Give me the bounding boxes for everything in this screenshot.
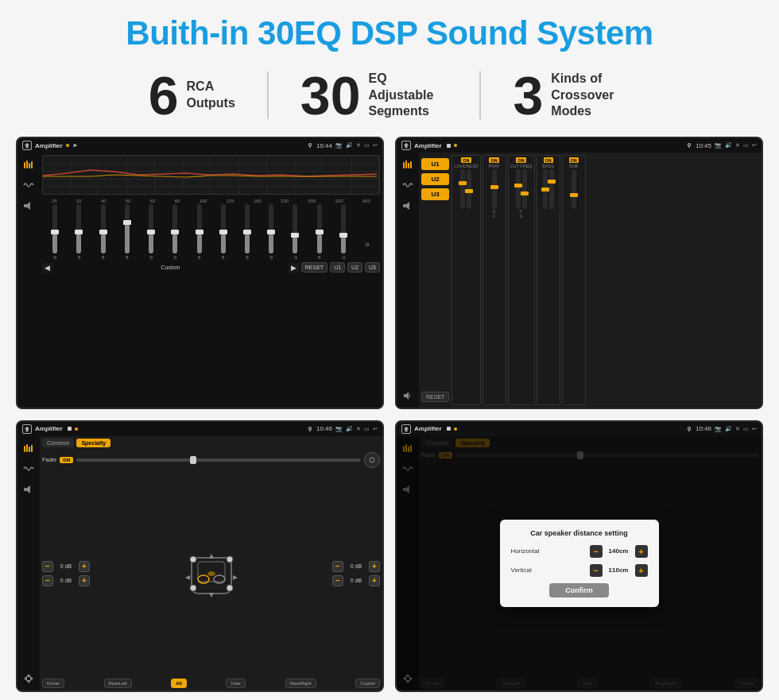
tab-specialty[interactable]: Specialty (76, 439, 110, 447)
horizontal-minus-btn[interactable]: − (590, 545, 603, 558)
eq-next-btn[interactable]: ▶ (289, 263, 299, 273)
u2-btn[interactable]: U2 (421, 173, 449, 185)
nav-arrows-s[interactable] (21, 671, 37, 686)
eq-reset-btn[interactable]: RESET (301, 262, 327, 273)
car-svg (176, 538, 247, 609)
eq-u3-btn[interactable]: U3 (365, 262, 380, 273)
nav-eq-c[interactable] (400, 157, 416, 172)
driver-btn[interactable]: Driver (42, 679, 64, 688)
nav-wave-s[interactable] (21, 462, 37, 476)
home-icon-speaker[interactable] (22, 424, 32, 434)
stat-eq: 30 EQ AdjustableSegments (269, 68, 480, 122)
cam-icon-s: 📷 (335, 426, 343, 432)
dial-icon (368, 456, 376, 464)
screen-speaker: Amplifier 10:46 📷 🔊 ✕ ▭ ↩ (16, 420, 384, 693)
dialog-title: Car speaker distance setting (511, 529, 648, 537)
stat-number-crossover: 3 (513, 68, 543, 122)
status-dot-eq (66, 144, 69, 147)
nav-vol-c[interactable] (400, 389, 416, 403)
nav-wave[interactable] (21, 178, 37, 192)
svg-rect-7 (24, 204, 27, 207)
bass-label: BASS (542, 164, 554, 168)
svg-point-31 (371, 457, 373, 458)
all-btn[interactable]: All (171, 679, 187, 688)
nav-eq-active[interactable] (21, 157, 37, 172)
back-icon-c[interactable]: ↩ (752, 142, 757, 149)
vol-plus-2[interactable]: + (79, 575, 90, 586)
back-icon-eq[interactable]: ↩ (373, 142, 378, 149)
sub-group: ON SUB (562, 155, 586, 405)
nav-eq-s[interactable] (21, 441, 37, 455)
svg-rect-12 (405, 160, 407, 168)
copilot-btn[interactable]: Copilot (355, 679, 380, 688)
nav-spk-c[interactable] (400, 199, 416, 213)
vol-minus-3[interactable]: − (332, 561, 343, 572)
screen-title-speaker: Amplifier (35, 425, 63, 432)
eq-u2-btn[interactable]: U2 (347, 262, 362, 273)
x-icon-d: ✕ (735, 426, 740, 432)
reset-btn-crossover[interactable]: RESET (421, 392, 449, 402)
vol-minus-2[interactable]: − (42, 575, 53, 586)
vol-plus-3[interactable]: + (369, 561, 380, 572)
home-icon-crossover[interactable] (401, 141, 411, 150)
play-icon-eq (72, 142, 79, 149)
status-dot-speaker (75, 427, 78, 431)
vol-icon-s: 🔊 (346, 426, 353, 432)
confirm-button[interactable]: Confirm (549, 583, 609, 598)
back-icon-d[interactable]: ↩ (752, 426, 757, 432)
eq-slider-4: 5 (125, 204, 130, 260)
u3-btn[interactable]: U3 (421, 188, 449, 200)
more-icon[interactable]: » (365, 240, 370, 260)
stat-number-eq: 30 (300, 68, 361, 122)
cam-icon-c: 📷 (715, 142, 722, 149)
svg-point-42 (227, 556, 233, 563)
back-icon-s[interactable]: ↩ (373, 426, 378, 432)
home-icon-eq[interactable] (22, 141, 32, 150)
svg-marker-0 (73, 144, 77, 148)
stat-label-crossover: Kinds ofCrossover Modes (551, 71, 630, 120)
vertical-value: 110cm (605, 567, 633, 574)
svg-marker-8 (27, 202, 30, 210)
status-left-crossover: Amplifier (401, 141, 457, 150)
status-square (447, 144, 451, 148)
vol-minus-1[interactable]: − (42, 561, 53, 572)
fader-slider[interactable] (76, 458, 361, 462)
eq-prev-btn[interactable]: ◀ (42, 263, 52, 273)
nav-spk-s[interactable] (21, 482, 37, 497)
vertical-plus-btn[interactable]: + (635, 564, 648, 577)
eq-u1-btn[interactable]: U1 (330, 262, 345, 273)
vertical-minus-btn[interactable]: − (590, 564, 603, 577)
time-dialog: 10:46 (696, 425, 711, 432)
svg-marker-37 (209, 554, 214, 559)
cutfreq-sliders (516, 169, 527, 209)
svg-marker-25 (27, 485, 30, 493)
sub-on: ON (569, 157, 579, 163)
vol-value-1: 0 dB (55, 563, 77, 569)
horizontal-controls: − 140cm + (590, 545, 648, 558)
location-icon-eq (307, 142, 313, 149)
speaker-diagram-area: − 0 dB + − 0 dB + (42, 473, 380, 675)
nav-speaker[interactable] (21, 199, 37, 213)
u1-btn[interactable]: U1 (421, 158, 449, 170)
tab-row-speaker: Common Specialty (42, 439, 380, 447)
rearright-btn[interactable]: RearRight (285, 679, 316, 688)
bass-on: ON (544, 157, 553, 163)
vol-plus-1[interactable]: + (79, 561, 90, 572)
horizontal-plus-btn[interactable]: + (635, 545, 648, 558)
eq-main-content: 25 32 40 50 63 80 100 125 160 200 250 32… (40, 153, 382, 408)
nav-wave-c[interactable] (400, 178, 416, 192)
eq-slider-11: -1 (293, 204, 297, 260)
settings-dial[interactable] (364, 452, 380, 468)
eq-graph (42, 155, 380, 195)
home-icon-dialog[interactable] (401, 424, 411, 434)
eq-slider-10: 0 (269, 204, 273, 260)
status-sq-d (447, 427, 451, 431)
vol-minus-4[interactable]: − (332, 575, 343, 586)
fader-handle[interactable] (190, 456, 196, 464)
rearleft-btn[interactable]: RearLeft (104, 679, 132, 688)
vol-plus-4[interactable]: + (369, 575, 380, 586)
tab-common[interactable]: Common (42, 439, 74, 447)
svg-rect-4 (26, 160, 28, 168)
phat-on: ON (489, 157, 498, 163)
user-btn[interactable]: User (226, 679, 246, 688)
